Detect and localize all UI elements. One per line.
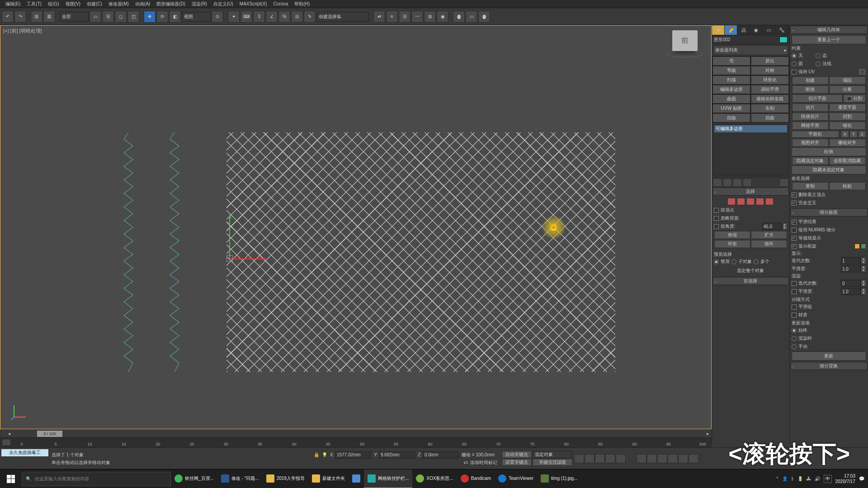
- create-tab[interactable]: ✦: [712, 25, 725, 35]
- prev-frame-icon[interactable]: [585, 454, 594, 463]
- mod-surface[interactable]: 曲面: [712, 94, 750, 103]
- display-smoothness-spinner[interactable]: [841, 265, 861, 272]
- isolate-selection-icon[interactable]: 💡: [322, 452, 327, 457]
- taskbar-xox[interactable]: XOX客所思...: [412, 469, 457, 488]
- slice-button[interactable]: 切片: [792, 103, 829, 112]
- quickslice-button[interactable]: 快速切片: [792, 113, 829, 121]
- menu-grapheditors[interactable]: 图形编辑器(D): [154, 0, 188, 8]
- transform-y-input[interactable]: [379, 451, 415, 459]
- next-frame-icon[interactable]: [605, 454, 615, 463]
- select-object-button[interactable]: ▭: [90, 11, 101, 23]
- render-iter-checkbox[interactable]: [792, 281, 797, 286]
- rollout-soft-selection[interactable]: 软选择: [712, 277, 789, 285]
- taskbar-3dsmax[interactable]: 网格铁丝护栏...: [364, 469, 412, 488]
- window-crossing-button[interactable]: ◫: [127, 11, 139, 23]
- viewcube[interactable]: 前: [672, 30, 698, 51]
- play-icon[interactable]: [595, 454, 605, 463]
- constrain-normal-radio[interactable]: [816, 61, 821, 66]
- preserve-uv-checkbox[interactable]: [792, 70, 797, 75]
- cage-color-2[interactable]: [861, 244, 866, 249]
- maximize-viewport-icon[interactable]: [689, 454, 698, 463]
- viewcube-ring[interactable]: [666, 51, 703, 57]
- undo-button[interactable]: ↶: [2, 11, 14, 23]
- preview-multi-radio[interactable]: [754, 259, 759, 264]
- transform-z-input[interactable]: [423, 451, 459, 459]
- modifier-list-dropdown[interactable]: 修改器列表▾: [713, 45, 788, 55]
- constrain-face-radio[interactable]: [792, 61, 797, 66]
- angle-spinner[interactable]: [762, 223, 782, 230]
- ring-button[interactable]: 环形: [714, 240, 750, 248]
- collapse-button[interactable]: 塌陷: [829, 76, 866, 84]
- update-button[interactable]: 更新: [792, 352, 867, 361]
- loop-button[interactable]: 循环: [751, 240, 787, 248]
- zoom-extents-icon[interactable]: [647, 454, 657, 463]
- mod-uvwmap[interactable]: UVW 贴图: [712, 104, 750, 113]
- edge-level-icon[interactable]: [737, 198, 745, 205]
- border-level-icon[interactable]: [746, 198, 755, 205]
- taskbar-app-browser[interactable]: 铁丝网_百度...: [171, 469, 217, 488]
- fov-icon[interactable]: [668, 454, 678, 463]
- menu-tools[interactable]: 工具(T): [24, 0, 44, 8]
- menu-help[interactable]: 帮助(H): [292, 0, 312, 8]
- gizmo-xy-plane[interactable]: [226, 255, 233, 262]
- move-button[interactable]: ✥: [144, 11, 156, 23]
- redo-button[interactable]: ↷: [14, 11, 26, 23]
- gizmo-y-axis[interactable]: [229, 217, 230, 259]
- rollout-subdivision-surface[interactable]: 细分曲面: [790, 208, 868, 216]
- pan-view-icon[interactable]: [637, 454, 646, 463]
- object-name-field[interactable]: 图形002: [712, 35, 789, 44]
- mod-editpoly[interactable]: 编辑多边形: [712, 85, 750, 94]
- time-slider-bar[interactable]: ◂ 0 / 100 ▸: [0, 429, 712, 437]
- goto-start-icon[interactable]: [574, 454, 584, 463]
- mod-normalize[interactable]: 规格化样条线: [751, 94, 789, 103]
- mod-twist[interactable]: 扭曲: [712, 113, 750, 122]
- attach-button[interactable]: 附加: [792, 85, 829, 94]
- constrain-none-radio[interactable]: [792, 53, 797, 58]
- tray-network-icon[interactable]: 🖧: [807, 476, 811, 481]
- tray-volume-icon[interactable]: 🔊: [815, 476, 820, 481]
- scale-button[interactable]: ◧: [169, 11, 181, 23]
- shrink-button[interactable]: 收缩: [714, 231, 750, 239]
- key-filters-button[interactable]: 关键点过滤器: [533, 459, 572, 466]
- render-button[interactable]: 🍵: [478, 11, 490, 23]
- by-angle-checkbox[interactable]: [714, 224, 719, 229]
- menu-customize[interactable]: 自定义(U): [211, 0, 236, 8]
- render-smooth-checkbox[interactable]: [792, 289, 797, 294]
- show-result-icon[interactable]: [723, 178, 732, 187]
- create-button[interactable]: 创建: [792, 76, 829, 84]
- timeline-ruler[interactable]: 0510152025303540455055606570758085909510…: [0, 437, 712, 447]
- delete-iso-verts-checkbox[interactable]: [792, 192, 797, 197]
- modifier-stack[interactable]: 可编辑多边形: [713, 124, 788, 176]
- menu-corona[interactable]: Corona: [270, 1, 291, 7]
- display-tab[interactable]: ▭: [763, 25, 775, 35]
- render-frame-button[interactable]: ▭: [466, 11, 477, 23]
- preserve-uv-settings[interactable]: □: [858, 68, 866, 75]
- planar-x[interactable]: X: [841, 131, 849, 138]
- menu-create[interactable]: 创建(C): [84, 0, 105, 8]
- schematic-view-button[interactable]: ⊞: [424, 11, 436, 23]
- layers-button[interactable]: ☰: [399, 11, 410, 23]
- use-pivot-button[interactable]: ⊙: [212, 11, 223, 23]
- copy-named-sel-button[interactable]: 复制: [792, 182, 829, 190]
- by-vertex-checkbox[interactable]: [714, 208, 719, 213]
- menu-group[interactable]: 组(G): [45, 0, 61, 8]
- display-iterations-spinner[interactable]: [841, 257, 861, 264]
- tessellate-button[interactable]: 细化: [829, 122, 866, 130]
- tray-ime[interactable]: 中: [824, 475, 832, 483]
- taskbar-search[interactable]: 🔍在这里输入你要搜索的内容: [22, 472, 171, 486]
- mod-spherify[interactable]: 球形化: [751, 75, 789, 84]
- msmooth-button[interactable]: 网格平滑: [792, 122, 829, 130]
- update-always-radio[interactable]: [792, 328, 797, 333]
- auto-key-button[interactable]: 自动关键点: [502, 451, 532, 458]
- viewport-front[interactable]: [+] [前] [明暗处理] 前 ✊: [0, 25, 712, 429]
- mod-twist2[interactable]: 扭曲: [751, 113, 789, 122]
- viewport-label[interactable]: [+] [前] [明暗处理]: [3, 28, 42, 34]
- tray-bluetooth-icon[interactable]: ᛒ: [791, 476, 794, 481]
- time-slider[interactable]: 0 / 100: [37, 431, 62, 437]
- slice-plane-button[interactable]: 切片平面: [792, 94, 843, 103]
- menu-views[interactable]: 视图(V): [63, 0, 83, 8]
- menu-edit[interactable]: 编辑(E): [3, 0, 23, 8]
- orbit-icon[interactable]: [678, 454, 688, 463]
- ignore-backfacing-checkbox[interactable]: [714, 216, 719, 221]
- mod-turbosmooth[interactable]: 涡轮平滑: [751, 85, 789, 94]
